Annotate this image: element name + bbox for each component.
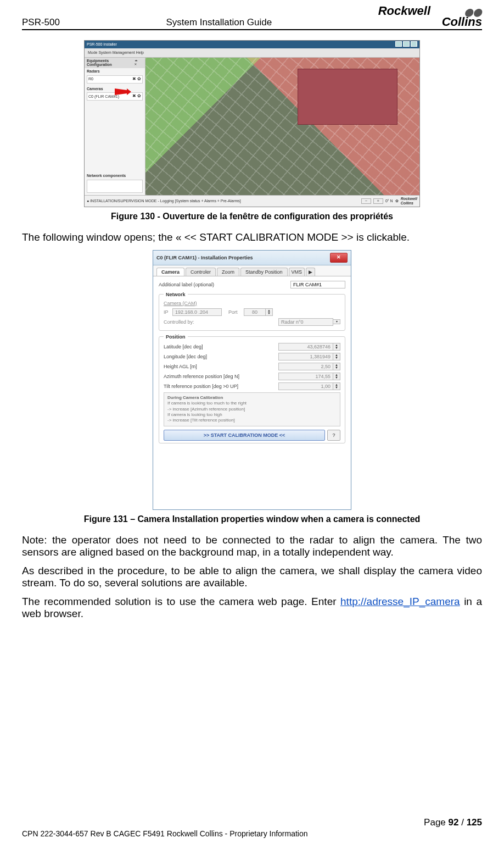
height-stepper[interactable]: ▲▼ (333, 363, 340, 370)
lat-stepper[interactable]: ▲▼ (333, 343, 340, 351)
delete-icon: ✖ (132, 76, 136, 81)
paragraph-2: Note: the operator does not need to be c… (22, 534, 482, 558)
input-additional[interactable]: FLIR CAM#1 (290, 281, 345, 288)
logo-rockwell: Rockwell (378, 4, 430, 18)
input-lon[interactable]: 1,381949 (278, 353, 333, 360)
input-lat[interactable]: 43,628746 (278, 343, 333, 351)
close-button[interactable]: ✕ (330, 253, 348, 263)
paragraph-1: The following window opens; the « << STA… (22, 231, 482, 243)
network-section[interactable]: Network components (85, 173, 145, 179)
group-position: Position (164, 334, 188, 340)
figure-131-dialog: C0 (FLIR CAM#1) - Installation Propertie… (153, 250, 351, 510)
gear-icon: ✿ (137, 93, 141, 98)
select-controlled[interactable]: Radar n°0 (278, 318, 333, 326)
help-button[interactable]: ? (327, 430, 340, 441)
controlled-dropdown[interactable]: ▾ (333, 319, 340, 324)
tab-scroll-right[interactable]: ▶ (306, 268, 315, 276)
logo-collins: Collins (442, 15, 482, 29)
svg-marker-0 (115, 88, 131, 95)
input-azimuth[interactable]: 174,55 (278, 373, 333, 380)
fig130-status-text: ● INSTALLATION/SUPERVISION MODE - Loggin… (87, 199, 241, 203)
camera-item-actions[interactable]: ✖✿ (131, 94, 141, 99)
tilt-stepper[interactable]: ▲▼ (333, 382, 340, 390)
paragraph-4: The recommended solution is to use the c… (22, 596, 482, 620)
window-buttons[interactable] (394, 41, 417, 48)
fig130-menubar[interactable]: Mode System Management Help (85, 48, 419, 58)
fig130-map-view[interactable] (145, 58, 419, 195)
input-tilt[interactable]: 1,00 (278, 382, 333, 390)
red-arrow-icon (115, 88, 131, 95)
equip-config-title: Equipments Configuration (87, 59, 135, 67)
header-left: PSR-500 (22, 17, 60, 28)
page-number: Page 92 / 125 (22, 817, 482, 828)
status-logo: RockwellCollins (401, 197, 417, 205)
figure-131-caption: Figure 131 – Camera Installation propert… (22, 514, 482, 524)
pin-icon[interactable]: ⫠ ✕ (135, 59, 143, 67)
input-ip[interactable]: 192.168.0 .204 (172, 308, 222, 316)
delete-icon: ✖ (132, 93, 136, 98)
label-tilt: Tilt reference position [deg >0 UP] (164, 384, 278, 389)
azimuth-stepper[interactable]: ▲▼ (333, 373, 340, 380)
label-lat: Latitude [dec deg] (164, 344, 278, 349)
paragraph-3: As described in the procedure, to be abl… (22, 565, 482, 589)
label-additional: Additional label (optional) (159, 282, 290, 287)
camera-url-link[interactable]: http://adresse_IP_camera (340, 596, 460, 607)
fig130-window-title: PSR-500 Installer (87, 42, 117, 47)
label-controlled: Controlled by: (164, 319, 278, 325)
radar-item[interactable]: R0 (88, 77, 93, 81)
calibration-hint: During Camera Calibration If camera is l… (164, 392, 340, 426)
start-calibration-button[interactable]: >> START CALIBRATION MODE << (164, 430, 325, 441)
label-port: Port (228, 309, 244, 315)
figure-130-screenshot: PSR-500 Installer Mode System Management… (84, 40, 420, 207)
gear-icon: ✿ (137, 76, 141, 81)
label-azimuth: Azimuth reference position [deg N] (164, 374, 278, 379)
tab-controler[interactable]: Controler (186, 268, 216, 276)
camera-item[interactable]: C0 (FLIR CAM#1) (88, 95, 119, 99)
camera-link[interactable]: Camera (CAM) (164, 301, 340, 306)
tab-vms[interactable]: VMS (289, 268, 305, 276)
label-lon: Longitude [dec deg] (164, 354, 278, 359)
gear-icon[interactable]: ✿ (395, 199, 399, 203)
tab-zoom[interactable]: Zoom (217, 268, 239, 276)
radar-item-actions[interactable]: ✖✿ (131, 77, 141, 82)
zoom-out-button[interactable]: − (361, 198, 371, 204)
input-port[interactable]: 80 (244, 308, 266, 316)
dialog-title: C0 (FLIR CAM#1) - Installation Propertie… (156, 255, 253, 260)
header-logo: Rockwell⬤⬤ Collins (378, 5, 482, 28)
figure-130-caption: Figure 130 - Ouverture de la fenêtre de … (22, 212, 482, 221)
radars-section[interactable]: Radars (85, 68, 145, 75)
label-ip: IP (164, 309, 172, 315)
port-stepper[interactable]: ▲▼ (266, 308, 273, 316)
input-height[interactable]: 2,50 (278, 363, 333, 370)
lon-stepper[interactable]: ▲▼ (333, 353, 340, 360)
tab-camera[interactable]: Camera (156, 268, 184, 276)
group-network: Network (164, 292, 188, 297)
tab-standby[interactable]: Standby Position (240, 268, 288, 276)
label-height: Height AGL [m] (164, 364, 278, 369)
heading-value: 0° N (385, 199, 393, 203)
footer-info: CPN 222-3044-657 Rev B CAGEC F5491 Rockw… (22, 829, 482, 838)
zoom-in-button[interactable]: + (373, 198, 383, 204)
page-header: PSR-500 System Installation Guide Rockwe… (22, 5, 482, 30)
header-center: System Installation Guide (166, 17, 272, 28)
